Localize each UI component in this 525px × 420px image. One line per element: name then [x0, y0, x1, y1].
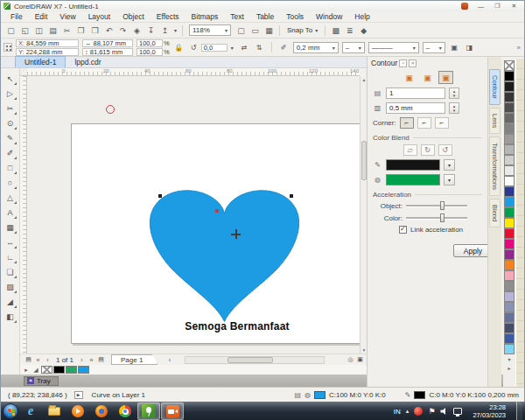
selection-node[interactable] [290, 194, 293, 198]
object-height-field[interactable]: ↕81,615 mm [82, 48, 133, 56]
open-button[interactable]: ◱ [18, 24, 32, 37]
menu-item[interactable]: View [53, 12, 81, 21]
freehand-tool[interactable]: ✎ [3, 131, 18, 145]
action-center-flag-icon[interactable]: ⚑ [428, 407, 435, 416]
show-grid-button[interactable]: ▦ [262, 24, 276, 37]
drop-shadow-tool[interactable]: ❏ [3, 265, 18, 279]
document-tab[interactable]: lppd.cdr [66, 57, 109, 67]
next-page-button[interactable]: › [77, 355, 87, 365]
linear-blend-button[interactable]: ▱ [403, 144, 417, 156]
start-arrow-select[interactable]: – [342, 42, 365, 53]
first-page-button[interactable]: « [33, 355, 43, 365]
menu-item[interactable]: Object [116, 12, 150, 21]
steps-spinner[interactable] [449, 88, 459, 99]
taskbar-windows-explorer[interactable] [43, 402, 66, 420]
property-bar-overflow-button[interactable]: » [517, 44, 521, 52]
drawing-canvas[interactable]: Semoga Bermanfaat [27, 76, 360, 354]
link-acceleration-checkbox[interactable] [399, 226, 407, 234]
print-button[interactable]: ▤ [46, 24, 60, 37]
taskbar-firefox[interactable] [90, 402, 113, 420]
taskbar-chrome[interactable] [114, 402, 136, 420]
import-button[interactable]: ↧ [144, 24, 158, 37]
outline-color-picker[interactable] [386, 159, 440, 171]
volume-icon[interactable] [440, 408, 448, 416]
color-acceleration-slider[interactable] [406, 214, 467, 222]
close-button[interactable]: ✕ [507, 2, 522, 10]
pan-tool-button[interactable]: ◎ [346, 355, 355, 365]
line-style-select[interactable]: ——— [368, 42, 419, 53]
zoom-tool[interactable]: ⊙ [3, 116, 18, 130]
shape-tool[interactable]: ▷ [3, 87, 18, 101]
menu-item[interactable]: Tools [280, 12, 310, 21]
object-y-field[interactable]: Y:224,288 mm [16, 48, 79, 56]
show-desktop-button[interactable] [516, 402, 522, 420]
search-content-button[interactable]: ◈ [130, 24, 144, 37]
color-swatch[interactable] [504, 207, 514, 218]
object-x-field[interactable]: X:84,559 mm [16, 39, 79, 47]
menu-item[interactable]: Table [250, 12, 280, 21]
color-swatch[interactable] [504, 333, 514, 344]
color-swatch[interactable] [504, 197, 514, 207]
end-arrow-select[interactable]: – [423, 42, 445, 53]
menu-item[interactable]: Window [310, 12, 348, 21]
play-icon[interactable]: ▶ [74, 391, 83, 399]
mirror-horizontal-button[interactable]: ⇄ [239, 42, 250, 53]
previous-page-button[interactable]: ‹ [43, 355, 52, 365]
palette-scroll-down-button[interactable]: ▾ [505, 356, 514, 364]
color-swatch[interactable] [504, 155, 514, 165]
object-slider-thumb[interactable] [440, 201, 444, 210]
to-front-button[interactable]: ◨ [464, 42, 475, 53]
to-center-contour-button[interactable]: ▣ [402, 71, 416, 84]
bevel-corner-button[interactable]: ⌐ [435, 117, 449, 129]
language-indicator[interactable]: IN [394, 408, 401, 416]
full-screen-preview-button[interactable]: ▢ [234, 24, 248, 37]
network-icon[interactable] [453, 408, 462, 415]
add-page-after-button[interactable]: ▤ [96, 355, 106, 365]
paste-button[interactable]: ❒ [88, 24, 102, 37]
color-swatch[interactable] [504, 302, 514, 312]
color-swatch[interactable] [504, 260, 514, 270]
contour-center-handle[interactable] [231, 229, 241, 239]
taskbar-clock[interactable]: 23:28 27/03/2023 [467, 403, 511, 419]
color-eyedropper-icon[interactable]: ◢ [32, 366, 40, 374]
object-acceleration-slider[interactable] [406, 201, 467, 210]
rectangle-tool[interactable]: □ [3, 161, 18, 175]
document-color-swatch[interactable] [41, 366, 52, 374]
export-button[interactable]: ↥ [158, 24, 172, 37]
color-swatch[interactable] [504, 92, 514, 102]
lock-ratio-button[interactable]: 🔒 [173, 42, 185, 53]
color-swatch[interactable] [504, 165, 514, 176]
rotation-field[interactable]: 0,0 [201, 44, 228, 52]
eyedropper-tool[interactable]: ◢ [3, 295, 18, 309]
artistic-media-tool[interactable]: ✐ [3, 146, 18, 160]
mirror-vertical-button[interactable]: ⇅ [254, 42, 265, 53]
horizontal-ruler[interactable]: 020406080100120140 [27, 68, 360, 76]
ellipse-tool[interactable]: ○ [3, 176, 18, 190]
antivirus-icon[interactable] [414, 407, 423, 416]
artistic-text-object[interactable]: Semoga Bermanfaat [158, 320, 316, 332]
secondary-color-palette[interactable] [515, 59, 524, 387]
outline-width-select[interactable]: 0,2 mm [293, 42, 339, 53]
docker-tab[interactable]: Transformations [489, 136, 500, 196]
color-swatch[interactable] [504, 113, 514, 123]
docker-tab[interactable]: Contour [489, 69, 500, 105]
polygon-tool[interactable]: △ [3, 191, 18, 205]
color-swatch[interactable] [504, 176, 514, 186]
contour-start-node[interactable] [215, 209, 219, 213]
color-swatch[interactable] [504, 249, 514, 260]
horizontal-scroll-thumb[interactable] [228, 357, 273, 363]
document-color-swatch[interactable] [66, 366, 77, 374]
color-swatch[interactable] [504, 228, 514, 239]
vertical-ruler[interactable] [20, 76, 27, 354]
fill-color-caret[interactable]: ▾ [444, 174, 455, 186]
scale-h-field[interactable]: 100,0 [136, 39, 163, 47]
new-document-button[interactable]: ▢ [4, 24, 18, 37]
welcome-screen-button[interactable]: ◆ [357, 24, 370, 37]
document-tab[interactable]: Untitled-1 [15, 56, 66, 67]
vertical-scrollbar[interactable]: ▲ ▼ [360, 76, 367, 354]
docker-tab[interactable]: Blend [489, 199, 500, 228]
color-swatch[interactable] [504, 312, 514, 323]
taskbar-internet-explorer[interactable]: e [19, 402, 42, 420]
color-swatch[interactable] [504, 123, 514, 134]
undo-button[interactable]: ↶ [102, 24, 116, 37]
